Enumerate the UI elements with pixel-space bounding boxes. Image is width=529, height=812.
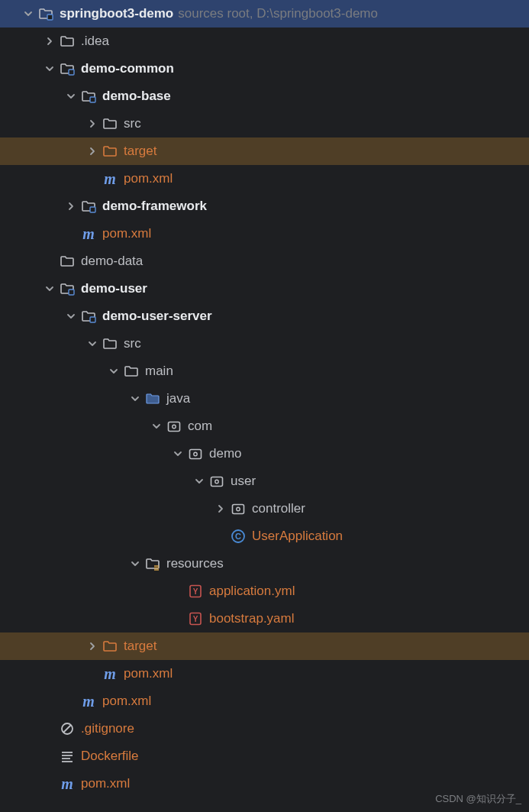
tree-item-label: Dockerfile [81, 749, 139, 764]
tree-item-label: pom.xml [81, 776, 130, 791]
folder-o-icon [102, 144, 118, 159]
gitignore-icon [60, 721, 75, 736]
tree-item-label: src [124, 336, 141, 351]
tree-row[interactable]: java [0, 385, 529, 412]
folder-icon [124, 364, 139, 379]
expand-arrow-icon[interactable] [192, 474, 206, 488]
tree-item-label: controller [252, 501, 305, 516]
tree-row[interactable]: resources [0, 550, 529, 577]
tree-row[interactable]: target [0, 137, 529, 165]
tree-row[interactable]: main [0, 357, 529, 385]
expand-arrow-icon[interactable] [107, 364, 121, 378]
tree-row[interactable]: mpom.xml [0, 220, 529, 247]
tree-item-label: demo-framework [102, 199, 207, 214]
folder-icon [102, 116, 118, 131]
module-icon [81, 199, 96, 214]
yaml-icon [188, 584, 203, 599]
expand-arrow-icon[interactable] [64, 199, 78, 213]
tree-item-label: bootstrap.yaml [209, 611, 295, 626]
expand-arrow-icon[interactable] [21, 7, 35, 21]
tree-row[interactable]: src [0, 110, 529, 137]
tree-row[interactable]: .gitignore [0, 715, 529, 742]
package-icon [231, 501, 246, 516]
tree-item-label: resources [166, 556, 224, 571]
tree-row[interactable]: demo-base [0, 82, 529, 110]
tree-row[interactable]: .idea [0, 27, 529, 55]
tree-row[interactable]: application.yml [0, 577, 529, 605]
tree-item-label: demo-user-server [102, 309, 212, 324]
tree-row[interactable]: mpom.xml [0, 687, 529, 715]
tree-row[interactable]: com [0, 412, 529, 440]
module-icon [38, 6, 53, 21]
tree-item-label: demo-common [81, 61, 174, 76]
class-icon [231, 529, 246, 544]
tree-item-label: pom.xml [102, 694, 151, 709]
tree-item-label: application.yml [209, 584, 295, 599]
tree-row[interactable]: springboot3-demo sources root, D:\spring… [0, 0, 529, 27]
expand-arrow-icon[interactable] [85, 117, 99, 131]
expand-arrow-icon[interactable] [85, 337, 99, 351]
module-icon [60, 281, 75, 296]
module-icon [81, 89, 96, 104]
expand-arrow-icon[interactable] [43, 34, 56, 48]
folder-o-icon [102, 639, 118, 654]
project-tree[interactable]: springboot3-demo sources root, D:\spring… [0, 0, 529, 797]
tree-item-label: demo-user [81, 281, 147, 296]
folder-icon [102, 336, 118, 351]
folder-icon [60, 34, 75, 49]
resources-icon [145, 556, 160, 571]
folder-icon [60, 254, 75, 269]
tree-item-label: target [124, 144, 156, 159]
tree-row[interactable]: bootstrap.yaml [0, 605, 529, 632]
expand-arrow-icon[interactable] [64, 309, 78, 323]
tree-row[interactable]: mpom.xml [0, 660, 529, 687]
tree-row[interactable]: target [0, 632, 529, 660]
expand-arrow-icon[interactable] [43, 282, 56, 296]
expand-arrow-icon[interactable] [43, 62, 56, 76]
package-icon [209, 474, 224, 489]
tree-row[interactable]: demo-framework [0, 192, 529, 220]
tree-item-label: demo-data [81, 254, 143, 269]
tree-item-label: src [124, 116, 141, 131]
expand-arrow-icon[interactable] [128, 557, 142, 571]
tree-row[interactable]: controller [0, 495, 529, 522]
tree-row[interactable]: demo-user [0, 275, 529, 302]
src-folder-icon [145, 391, 160, 406]
tree-item-label: pom.xml [102, 226, 151, 241]
docker-icon [60, 749, 75, 764]
expand-arrow-icon[interactable] [85, 639, 99, 653]
yaml-icon [188, 611, 203, 626]
tree-row[interactable]: demo-user-server [0, 302, 529, 330]
expand-arrow-icon[interactable] [128, 392, 142, 406]
tree-row[interactable]: UserApplication [0, 522, 529, 550]
tree-item-label: demo-base [102, 89, 171, 104]
tree-row[interactable]: mpom.xml [0, 165, 529, 192]
tree-item-subtext: sources root, D:\springboot3-demo [178, 6, 378, 21]
tree-item-label: user [231, 474, 256, 489]
expand-arrow-icon[interactable] [85, 144, 99, 158]
tree-row[interactable]: src [0, 330, 529, 357]
tree-item-label: java [166, 391, 190, 406]
tree-item-label: com [188, 419, 212, 434]
tree-row[interactable]: demo-data [0, 247, 529, 275]
expand-arrow-icon[interactable] [171, 447, 185, 461]
expand-arrow-icon[interactable] [150, 419, 163, 433]
expand-arrow-icon[interactable] [64, 89, 78, 103]
tree-item-label: demo [209, 446, 242, 461]
watermark: CSDN @知识分子_ [435, 792, 521, 806]
tree-item-label: UserApplication [252, 529, 343, 544]
package-icon [166, 419, 182, 434]
tree-item-label: main [145, 364, 173, 379]
maven-icon: m [102, 666, 118, 681]
tree-item-label: springboot3-demo [60, 6, 173, 21]
maven-icon: m [102, 171, 118, 186]
expand-arrow-icon[interactable] [214, 502, 227, 516]
maven-icon: m [60, 776, 75, 791]
tree-row[interactable]: demo-common [0, 55, 529, 82]
module-icon [60, 61, 75, 76]
maven-icon: m [81, 694, 96, 709]
tree-item-label: pom.xml [124, 171, 173, 186]
tree-row[interactable]: demo [0, 440, 529, 467]
tree-row[interactable]: user [0, 467, 529, 495]
tree-row[interactable]: Dockerfile [0, 742, 529, 770]
